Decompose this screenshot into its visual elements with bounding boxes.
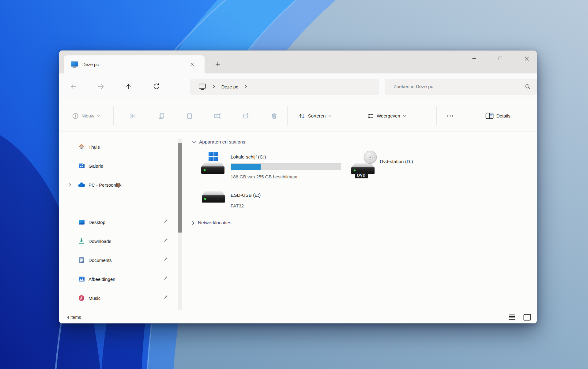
sidebar-item-documents[interactable]: Documents <box>62 252 175 268</box>
sidebar-item-label: Thuis <box>89 144 100 150</box>
refresh-button[interactable] <box>150 80 163 93</box>
breadcrumb[interactable]: Deze pc <box>190 79 379 95</box>
copy-button[interactable] <box>153 109 170 123</box>
search-box[interactable] <box>385 79 537 95</box>
ellipsis-icon <box>447 115 454 117</box>
pin-icon <box>163 276 168 282</box>
delete-button[interactable] <box>266 109 283 123</box>
divider <box>113 106 114 125</box>
command-bar: Nieuw A <box>59 100 537 132</box>
titlebar[interactable]: Deze pc <box>59 50 537 73</box>
details-pane-button[interactable]: Details <box>482 109 514 123</box>
section-network-locations[interactable]: Netwerklocaties <box>192 220 231 226</box>
breadcrumb-chevron-icon[interactable] <box>212 84 215 89</box>
sidebar-divider <box>66 203 173 203</box>
svg-text:A: A <box>216 114 217 117</box>
sidebar-item-galerie[interactable]: Galerie <box>62 158 175 174</box>
file-explorer-window: Deze pc <box>59 50 537 323</box>
sidebar-item-label: Afbeeldingen <box>89 277 115 282</box>
tab-title: Deze pc <box>82 62 99 67</box>
content-pane: Apparaten en stations <box>185 132 537 311</box>
drive-c-icon[interactable] <box>199 151 226 177</box>
drive-c-name[interactable]: Lokale schijf (C:) <box>231 154 266 160</box>
status-divider <box>87 314 87 321</box>
view-toggles <box>507 311 532 323</box>
share-button[interactable] <box>237 109 254 123</box>
search-icon[interactable] <box>525 84 531 90</box>
paste-button[interactable] <box>181 109 198 123</box>
up-button[interactable] <box>122 80 135 93</box>
back-button[interactable] <box>67 80 80 93</box>
rename-button[interactable]: A <box>209 109 226 123</box>
explorer-body: Thuis Galerie PC - Persoon <box>59 132 537 311</box>
pin-icon <box>163 295 168 301</box>
breadcrumb-location[interactable]: Deze pc <box>221 84 238 89</box>
location-monitor-icon[interactable] <box>198 83 206 90</box>
share-icon <box>242 112 250 120</box>
clipboard-icon <box>186 112 193 120</box>
this-pc-monitor-icon <box>70 61 78 68</box>
items-count: 4 items <box>67 315 81 320</box>
pictures-icon <box>77 276 85 282</box>
drive-c-usage-fill <box>231 164 261 170</box>
details-view-toggle[interactable] <box>507 313 517 322</box>
minimize-button[interactable] <box>467 53 481 64</box>
status-bar: 4 items <box>59 311 537 323</box>
close-window-button[interactable] <box>520 53 534 64</box>
home-icon <box>77 144 85 150</box>
sidebar-scrollbar[interactable] <box>178 139 182 310</box>
scrollbar-thumb[interactable] <box>178 143 182 233</box>
dvd-badge: DVD <box>355 173 368 178</box>
expand-chevron-icon[interactable] <box>66 183 73 187</box>
sidebar-item-desktop[interactable]: Desktop <box>62 214 175 230</box>
search-input[interactable] <box>393 84 525 90</box>
sidebar-item-music[interactable]: Music <box>62 290 175 306</box>
large-thumbnails-view-toggle[interactable] <box>522 313 532 322</box>
desktop: Deze pc <box>0 0 588 369</box>
drive-d-icon[interactable]: DVD <box>351 150 379 178</box>
details-pane-icon <box>485 113 494 119</box>
drive-e-name[interactable]: ESD-USB (E:) <box>231 192 261 198</box>
maximize-button[interactable] <box>493 53 507 64</box>
downloads-icon <box>77 238 85 244</box>
navigation-toolbar: Deze pc <box>59 73 537 100</box>
view-options-icon <box>367 113 374 119</box>
sidebar-item-pc-persoonlijk[interactable]: PC - Persoonlijk <box>62 177 175 193</box>
rename-icon: A <box>214 112 221 120</box>
breadcrumb-chevron-icon[interactable] <box>244 84 247 89</box>
chevron-down-icon[interactable] <box>192 141 196 144</box>
sidebar-item-downloads[interactable]: Downloads <box>62 233 175 249</box>
sort-button[interactable]: Sorteren <box>295 109 336 123</box>
section-devices-and-drives[interactable]: Apparaten en stations <box>192 139 245 145</box>
thumbnail-view-icon <box>523 314 531 321</box>
new-button-label: Nieuw <box>81 113 94 118</box>
sort-button-label: Sorteren <box>308 113 326 118</box>
chevron-down-icon <box>97 115 100 117</box>
sidebar-item-label: Downloads <box>89 239 111 244</box>
tab-close-button[interactable] <box>187 60 197 69</box>
sidebar-item-label: PC - Persoonlijk <box>89 182 122 188</box>
more-options-button[interactable] <box>443 109 458 123</box>
drive-c-free-space: 186 GB van 255 GB beschikbaar <box>231 174 298 179</box>
view-button[interactable]: Weergeven <box>364 109 410 123</box>
forward-button[interactable] <box>95 80 108 93</box>
sidebar-item-thuis[interactable]: Thuis <box>62 139 175 155</box>
new-button[interactable]: Nieuw <box>68 109 104 123</box>
sidebar-item-afbeeldingen[interactable]: Afbeeldingen <box>62 271 175 287</box>
cut-button[interactable] <box>125 109 142 123</box>
tab-deze-pc[interactable]: Deze pc <box>64 55 205 73</box>
navigation-sidebar: Thuis Galerie PC - Persoon <box>59 132 177 311</box>
chevron-right-icon[interactable] <box>192 221 195 225</box>
divider <box>287 106 288 125</box>
sidebar-item-label: Galerie <box>89 163 103 169</box>
trash-icon <box>270 112 278 120</box>
plus-circle-icon <box>72 113 79 119</box>
drive-d-name[interactable]: Dvd-station (D:) <box>380 159 413 164</box>
chevron-down-icon <box>328 115 332 117</box>
drive-e-icon[interactable] <box>200 189 227 208</box>
music-icon <box>77 295 85 301</box>
sidebar-item-label: Documents <box>89 258 112 263</box>
new-tab-button[interactable] <box>212 59 223 70</box>
divider <box>436 106 437 125</box>
sort-icon <box>299 113 305 119</box>
